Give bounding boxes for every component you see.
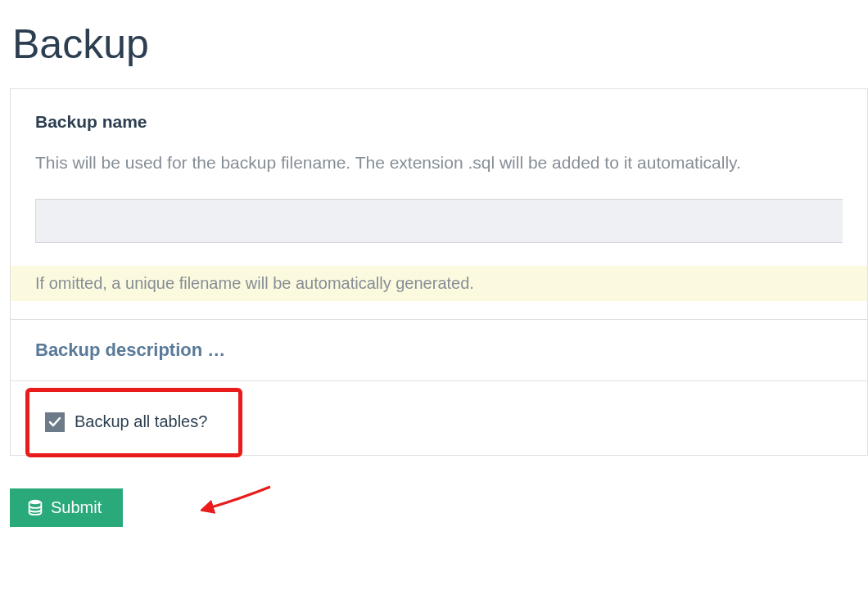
svg-point-0 (29, 500, 42, 505)
backup-description-toggle[interactable]: Backup description … (35, 340, 225, 360)
submit-button[interactable]: Submit (10, 488, 123, 527)
backup-name-label: Backup name (35, 112, 843, 132)
backup-all-checkbox[interactable] (45, 412, 65, 432)
backup-all-row[interactable]: Backup all tables? (35, 401, 843, 432)
page-title: Backup (0, 0, 868, 88)
backup-description-header[interactable]: Backup description … (11, 320, 867, 381)
annotation-arrow-icon (201, 482, 274, 515)
backup-name-input[interactable] (35, 199, 843, 243)
check-icon (48, 416, 61, 429)
backup-name-help: This will be used for the backup filenam… (35, 150, 843, 176)
backup-form-panel: Backup name This will be used for the ba… (10, 88, 868, 456)
backup-all-label: Backup all tables? (75, 412, 207, 431)
backup-all-section: Backup all tables? (11, 381, 867, 456)
submit-area: Submit (0, 456, 868, 527)
submit-button-label: Submit (51, 498, 102, 517)
backup-name-section: Backup name This will be used for the ba… (11, 89, 867, 320)
backup-name-note: If omitted, a unique filename will be au… (11, 266, 867, 301)
database-icon (26, 498, 44, 516)
